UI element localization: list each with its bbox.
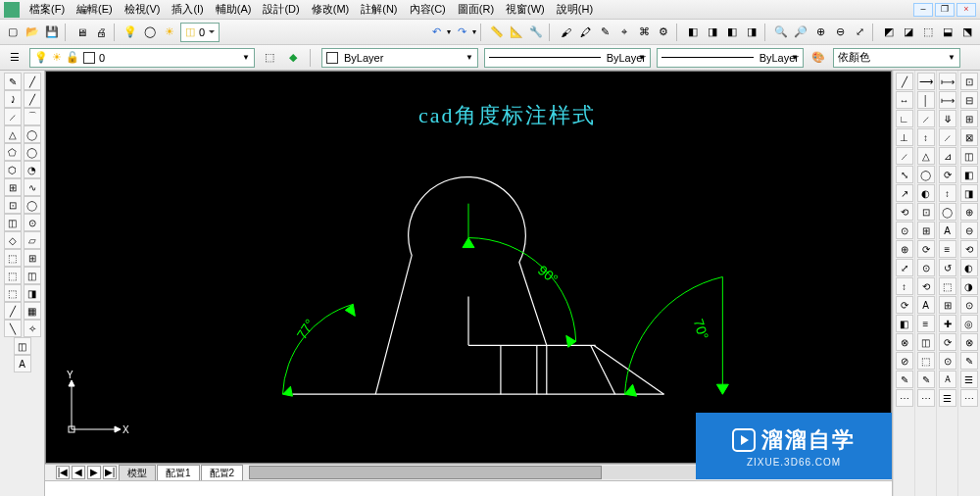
draw-tool-11-1[interactable]: ◫ [24, 267, 41, 284]
right-col3-tool-4[interactable]: ⊿ [939, 147, 956, 165]
draw-tool-16-0[interactable]: A [14, 355, 31, 372]
new-icon[interactable]: ▢ [4, 24, 22, 41]
right-col4-tool-0[interactable]: ⊡ [960, 73, 978, 90]
draw-tool-5-1[interactable]: ◔ [24, 161, 41, 178]
menu-design[interactable]: 設計(D) [257, 0, 305, 19]
right-col4-tool-17[interactable]: ⋯ [960, 389, 978, 407]
tool-b5[interactable]: ⌘ [635, 24, 653, 41]
view-cube1-icon[interactable]: ◩ [880, 24, 898, 41]
right-col1-tool-2[interactable]: ∟ [896, 110, 913, 127]
right-col2-tool-3[interactable]: ↕ [917, 128, 935, 146]
right-col3-tool-12[interactable]: ⊞ [939, 296, 956, 314]
menu-assist[interactable]: 輔助(A) [210, 0, 258, 19]
window-restore[interactable]: ❐ [935, 3, 955, 17]
right-col4-tool-6[interactable]: ◨ [960, 184, 978, 202]
draw-tool-2-0[interactable]: ⟋ [4, 108, 22, 125]
sun-icon[interactable]: ☀ [161, 24, 178, 41]
redo-icon[interactable]: ↷ [453, 24, 470, 41]
undo-icon[interactable]: ↶ [427, 24, 445, 41]
command-line[interactable] [45, 480, 892, 496]
layer-tool1-icon[interactable]: ⬚ [261, 49, 278, 67]
right-col2-tool-11[interactable]: ⟲ [917, 277, 935, 295]
right-col1-tool-12[interactable]: ⟳ [896, 296, 913, 314]
right-col1-tool-5[interactable]: ⤡ [896, 166, 913, 183]
right-col2-tool-14[interactable]: ◫ [917, 333, 935, 351]
menu-layout[interactable]: 圖面(R) [452, 0, 500, 19]
right-col2-tool-17[interactable]: ⋯ [917, 389, 935, 407]
draw-tool-7-1[interactable]: ◯ [24, 196, 41, 214]
plotstyle-dropdown[interactable]: 依顏色 [833, 48, 960, 68]
right-col3-tool-0[interactable]: ⟼ [939, 73, 956, 90]
right-col3-tool-15[interactable]: ⊙ [939, 352, 956, 370]
lineweight-dropdown[interactable]: ByLayer [657, 48, 804, 68]
window-close[interactable]: × [956, 3, 976, 17]
right-col1-tool-14[interactable]: ⊗ [896, 333, 913, 351]
right-col1-tool-1[interactable]: ↔ [896, 91, 913, 109]
right-col2-tool-10[interactable]: ⊙ [917, 259, 935, 276]
tool-a2[interactable]: 📐 [508, 24, 525, 41]
right-col3-tool-8[interactable]: A [939, 222, 956, 239]
right-col1-tool-7[interactable]: ⟲ [896, 203, 913, 221]
tool-c4[interactable]: ◨ [743, 24, 760, 41]
draw-tool-14-0[interactable]: ╲ [4, 320, 22, 337]
right-col3-tool-13[interactable]: ✚ [939, 315, 956, 332]
menu-content[interactable]: 內容(C) [404, 0, 452, 19]
drawing-canvas[interactable]: cad角度标注样式 [45, 71, 892, 464]
zoom-out-icon[interactable]: ⊖ [831, 24, 849, 41]
right-col4-tool-7[interactable]: ⊕ [960, 203, 978, 221]
draw-tool-5-0[interactable]: ⬡ [4, 161, 22, 178]
draw-tool-8-1[interactable]: ⊙ [24, 214, 41, 231]
layer-quick-select[interactable]: ◫ 0 [180, 23, 220, 42]
view-cube2-icon[interactable]: ◪ [900, 24, 917, 41]
right-col2-tool-5[interactable]: ◯ [917, 166, 935, 183]
view-cube3-icon[interactable]: ⬚ [919, 24, 937, 41]
right-col1-tool-17[interactable]: ⋯ [896, 389, 913, 407]
right-col1-tool-8[interactable]: ⊙ [896, 222, 913, 239]
right-col4-tool-4[interactable]: ◫ [960, 147, 978, 165]
draw-tool-2-1[interactable]: ⌒ [24, 108, 41, 125]
tool-a1[interactable]: 📏 [488, 24, 506, 41]
right-col2-tool-9[interactable]: ⟳ [917, 240, 935, 258]
draw-tool-9-1[interactable]: ▱ [24, 231, 41, 249]
menu-insert[interactable]: 插入(I) [166, 0, 209, 19]
draw-tool-0-0[interactable]: ✎ [4, 73, 22, 90]
layer-dropdown[interactable]: 💡 ☀ 🔓 0 [29, 48, 255, 68]
draw-tool-12-0[interactable]: ⬚ [4, 284, 22, 302]
hscroll-thumb[interactable] [249, 466, 602, 479]
right-col1-tool-10[interactable]: ⤢ [896, 259, 913, 276]
tab-nav-first[interactable]: |◀ [56, 466, 70, 479]
draw-tool-3-1[interactable]: ◯ [24, 125, 41, 143]
draw-tool-7-0[interactable]: ⊡ [4, 196, 22, 214]
tool-b2[interactable]: 🖍 [576, 24, 594, 41]
right-col1-tool-15[interactable]: ⊘ [896, 352, 913, 370]
right-col4-tool-15[interactable]: ✎ [960, 352, 978, 370]
right-col1-tool-16[interactable]: ✎ [896, 371, 913, 388]
open-icon[interactable]: 📂 [24, 24, 41, 41]
tab-layout1[interactable]: 配置1 [157, 465, 200, 481]
right-col3-tool-6[interactable]: ↕ [939, 184, 956, 202]
right-col2-tool-16[interactable]: ✎ [917, 371, 935, 388]
right-col3-tool-14[interactable]: ⟳ [939, 333, 956, 351]
draw-tool-13-1[interactable]: ▦ [24, 302, 41, 320]
right-col3-tool-3[interactable]: ⟋ [939, 128, 956, 146]
tool-b3[interactable]: ✎ [596, 24, 613, 41]
right-col1-tool-11[interactable]: ↕ [896, 277, 913, 295]
right-col2-tool-8[interactable]: ⊞ [917, 222, 935, 239]
draw-tool-6-1[interactable]: ∿ [24, 178, 41, 196]
view-cube5-icon[interactable]: ⬔ [958, 24, 976, 41]
right-col3-tool-9[interactable]: ≡ [939, 240, 956, 258]
right-col4-tool-13[interactable]: ◎ [960, 315, 978, 332]
window-minimize[interactable]: – [913, 3, 933, 17]
color-dropdown[interactable]: ByLayer [321, 48, 478, 68]
view-cube4-icon[interactable]: ⬓ [939, 24, 956, 41]
menu-edit[interactable]: 編輯(E) [71, 0, 119, 19]
right-col4-tool-14[interactable]: ⊗ [960, 333, 978, 351]
draw-tool-3-0[interactable]: △ [4, 125, 22, 143]
menu-modify[interactable]: 修改(M) [306, 0, 356, 19]
zoom-extents-icon[interactable]: ⤢ [851, 24, 868, 41]
right-col4-tool-11[interactable]: ◑ [960, 277, 978, 295]
right-col1-tool-6[interactable]: ↗ [896, 184, 913, 202]
menu-window[interactable]: 視窗(W) [500, 0, 551, 19]
right-col1-tool-3[interactable]: ⊥ [896, 128, 913, 146]
tool-c3[interactable]: ◧ [723, 24, 741, 41]
